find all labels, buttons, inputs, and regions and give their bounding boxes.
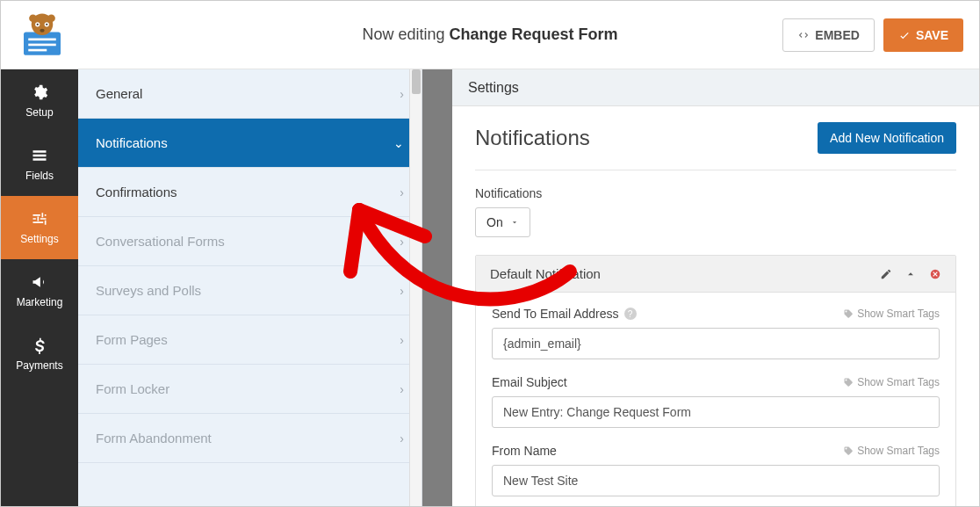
nav-fields-label: Fields [25,170,54,182]
code-icon [797,29,810,41]
list-icon [31,147,48,164]
nav-marketing-label: Marketing [17,296,63,308]
svg-rect-1 [28,38,56,40]
chevron-up-icon[interactable] [904,268,917,280]
show-smart-tags-link[interactable]: Show Smart Tags [843,376,940,388]
sidebar-item-general[interactable]: General › [78,69,422,119]
form-name: Change Request Form [450,25,618,43]
sidebar-item-label: Surveys and Polls [96,283,201,298]
chevron-right-icon: › [400,382,404,396]
svg-point-9 [40,28,44,32]
sidebar-item-label: Form Pages [96,332,168,347]
send-to-input[interactable] [492,328,940,359]
sidebar-item-notifications[interactable]: Notifications ⌄ [78,119,422,168]
nav-fields[interactable]: Fields [1,133,78,196]
add-new-notification-button[interactable]: Add New Notification [818,122,956,154]
chevron-right-icon: › [400,185,404,199]
notifications-toggle-label: Notifications [475,186,956,200]
sliders-icon [31,210,48,228]
show-smart-tags-link[interactable]: Show Smart Tags [843,445,940,457]
nav-payments[interactable]: Payments [1,322,78,386]
sidebar-item-confirmations[interactable]: Confirmations › [78,168,422,217]
breadcrumb-label: Settings [468,80,519,96]
from-name-input[interactable] [492,465,940,496]
sidebar-item-form-locker[interactable]: Form Locker › [78,365,422,414]
tag-icon [843,377,854,387]
scrollbar-thumb[interactable] [412,69,421,94]
notifications-toggle[interactable]: On [475,207,530,237]
svg-point-7 [37,23,39,25]
toggle-value: On [486,215,503,229]
chevron-right-icon: › [400,431,404,445]
chevron-right-icon: › [400,87,404,101]
sidebar-item-label: Notifications [96,135,168,150]
sidebar-item-form-pages[interactable]: Form Pages › [78,315,422,365]
dollar-icon [31,337,48,354]
sidebar-item-conversational-forms[interactable]: Conversational Forms › [78,217,422,266]
add-new-label: Add New Notification [830,131,944,145]
nav-settings-label: Settings [20,233,58,245]
sidebar-item-form-abandonment[interactable]: Form Abandonment › [78,414,422,463]
left-nav: Setup Fields Settings Marketing Payments [1,69,78,506]
page-heading: Notifications [475,126,590,150]
chevron-right-icon: › [400,284,404,298]
chevron-down-icon [510,218,519,227]
show-smart-tags-link[interactable]: Show Smart Tags [843,308,940,320]
save-label: SAVE [916,28,948,42]
nav-payments-label: Payments [16,359,62,372]
subject-input[interactable] [492,396,940,428]
subject-label: Email Subject [492,375,567,389]
bullhorn-icon [31,273,48,291]
panel-title: Default Notification [490,266,601,281]
sidebar-item-label: Form Locker [96,381,169,396]
send-to-label: Send To Email Address [492,307,619,321]
tag-icon [843,308,854,319]
tag-icon [843,445,854,456]
sidebar-item-label: Form Abandonment [96,431,212,445]
svg-point-10 [29,14,37,22]
embed-label: EMBED [815,28,860,42]
svg-rect-2 [28,43,56,46]
embed-button[interactable]: EMBED [782,18,875,52]
smart-tags-label: Show Smart Tags [857,445,940,457]
sidebar-item-label: Confirmations [96,185,177,199]
pencil-icon[interactable] [880,268,892,280]
nav-settings[interactable]: Settings [1,196,78,259]
sidebar-item-label: General [96,86,142,101]
wpforms-logo [17,10,68,61]
from-name-label: From Name [492,444,557,458]
notification-panel: Default Notification Send To Email Addre… [475,255,956,506]
help-icon[interactable]: ? [624,308,637,320]
divider-column [422,69,452,506]
chevron-right-icon: › [400,333,404,347]
now-editing-label: Now editing [362,25,444,43]
close-icon[interactable] [929,268,941,280]
chevron-down-icon: ⌄ [393,136,404,150]
settings-sidebar: General › Notifications ⌄ Confirmations … [78,69,422,506]
svg-point-8 [46,23,47,25]
save-button[interactable]: SAVE [883,18,963,52]
chevron-right-icon: › [400,235,404,249]
check-icon [898,29,911,41]
nav-setup[interactable]: Setup [1,69,78,133]
sidebar-item-surveys-polls[interactable]: Surveys and Polls › [78,266,422,315]
breadcrumb: Settings [452,69,979,106]
svg-point-11 [47,14,55,22]
scrollbar[interactable] [409,69,422,506]
smart-tags-label: Show Smart Tags [857,308,940,320]
nav-marketing[interactable]: Marketing [1,259,78,322]
gear-icon [31,83,48,101]
svg-rect-3 [28,48,47,51]
smart-tags-label: Show Smart Tags [857,376,940,388]
sidebar-item-label: Conversational Forms [96,234,225,249]
nav-setup-label: Setup [25,106,53,119]
